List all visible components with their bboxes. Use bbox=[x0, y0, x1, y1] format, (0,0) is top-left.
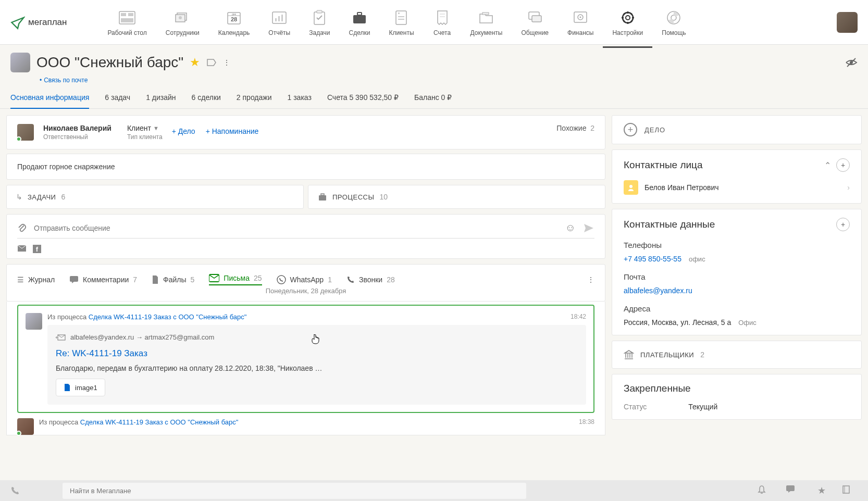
email-link[interactable]: albafeles@yandex.ru bbox=[624, 286, 692, 295]
tab-balance[interactable]: Баланс 0 ₽ bbox=[414, 93, 452, 108]
phone-tag: офис bbox=[689, 255, 705, 263]
safe-icon bbox=[571, 8, 590, 27]
svg-text:28: 28 bbox=[231, 16, 237, 22]
svg-rect-25 bbox=[482, 12, 489, 15]
attach-icon[interactable] bbox=[17, 223, 27, 233]
responsible-name: Николаев Валерий bbox=[43, 124, 111, 132]
add-contact-button[interactable]: + bbox=[836, 158, 850, 172]
star-icon[interactable]: ★ bbox=[190, 56, 200, 69]
nav-chat[interactable]: Общение bbox=[512, 8, 558, 36]
mail-connection-link[interactable]: Связь по почте bbox=[44, 77, 88, 84]
tab-deals[interactable]: 6 сделки bbox=[192, 93, 221, 108]
responsible-role: Ответственный bbox=[43, 133, 111, 141]
email-avatar-2 bbox=[17, 418, 34, 435]
nav-clients[interactable]: Клиенты bbox=[379, 8, 423, 36]
add-delo-link[interactable]: + Дело bbox=[172, 127, 195, 135]
email-from-2: Из процесса Сделка WK-4111-19 Заказ с ОО… bbox=[39, 418, 238, 426]
attachment[interactable]: image1 bbox=[56, 379, 105, 396]
user-avatar[interactable] bbox=[837, 12, 858, 33]
nav-help[interactable]: Помощь bbox=[652, 8, 695, 36]
nav-reports[interactable]: Отчёты bbox=[259, 8, 300, 36]
responsible-avatar[interactable] bbox=[17, 124, 34, 141]
message-input[interactable] bbox=[34, 224, 558, 232]
chat-icon bbox=[526, 8, 544, 27]
client-tabs: Основная информация 6 задач 1 дизайн 6 с… bbox=[0, 84, 868, 109]
svg-rect-1 bbox=[121, 13, 126, 16]
pinned-title: Закрепленные bbox=[624, 383, 850, 394]
add-contact-data-button[interactable]: + bbox=[836, 218, 850, 231]
help-icon bbox=[664, 8, 683, 27]
nav-documents[interactable]: Документы bbox=[461, 8, 512, 36]
nav-employees[interactable]: Сотрудники bbox=[156, 8, 209, 36]
client-type-label: Тип клиента bbox=[127, 133, 163, 141]
nav-desktop[interactable]: Рабочий стол bbox=[98, 8, 156, 36]
nav-finance[interactable]: Финансы bbox=[558, 8, 603, 36]
invoice-icon bbox=[433, 8, 452, 27]
tasks-icon bbox=[310, 8, 329, 27]
delo-card[interactable]: + ДЕЛО bbox=[612, 115, 862, 144]
mail-icon[interactable] bbox=[17, 245, 27, 253]
envelope-icon bbox=[209, 274, 219, 282]
briefcase-icon bbox=[350, 8, 369, 27]
tab-main-info[interactable]: Основная информация bbox=[10, 93, 89, 109]
emoji-icon[interactable]: ☺ bbox=[565, 222, 576, 234]
tab-tasks[interactable]: 6 задач bbox=[105, 93, 130, 108]
email-from: Из процесса Сделка WK-4111-19 Заказ с ОО… bbox=[47, 313, 246, 321]
tasks-card[interactable]: ↳ ЗАДАЧИ 6 bbox=[6, 185, 304, 209]
email-label: Почта bbox=[624, 272, 850, 281]
svg-point-46 bbox=[629, 185, 633, 188]
email-time-2: 18:38 bbox=[579, 418, 594, 426]
email-time: 18:42 bbox=[571, 313, 586, 321]
bank-icon bbox=[624, 349, 634, 360]
visibility-icon[interactable] bbox=[845, 57, 858, 68]
svg-rect-14 bbox=[281, 15, 283, 21]
svg-rect-20 bbox=[398, 12, 400, 14]
phone-link[interactable]: +7 495 850-55-55 bbox=[624, 255, 681, 263]
svg-rect-27 bbox=[532, 16, 541, 22]
arrow-icon: ↳ bbox=[16, 193, 22, 201]
plus-circle-icon: + bbox=[624, 123, 637, 136]
logo[interactable]: мегаплан bbox=[10, 15, 67, 30]
sub-link-row: •Связь по почте bbox=[40, 77, 858, 84]
email-item-2[interactable]: Из процесса Сделка WK-4111-19 Заказ с ОО… bbox=[7, 418, 605, 435]
facebook-icon[interactable]: f bbox=[33, 245, 41, 253]
dashboard-icon bbox=[118, 8, 137, 27]
svg-rect-18 bbox=[357, 12, 362, 15]
gear-icon bbox=[618, 8, 637, 27]
main-column: Николаев Валерий Ответственный Клиент ▼ … bbox=[6, 115, 605, 435]
processes-card[interactable]: ПРОЦЕССЫ 10 bbox=[308, 185, 605, 209]
client-type-select[interactable]: Клиент ▼ bbox=[127, 124, 163, 132]
content-area: Николаев Валерий Ответственный Клиент ▼ … bbox=[0, 109, 868, 442]
nav-deals[interactable]: Сделки bbox=[340, 8, 380, 36]
process-link-2[interactable]: Сделка WK-4111-19 Заказ с ООО "Снежный б… bbox=[80, 418, 239, 426]
process-link[interactable]: Сделка WK-4111-19 Заказ с ООО "Снежный б… bbox=[89, 313, 247, 321]
contact-data-title: Контактные данные bbox=[624, 219, 831, 230]
tab-design[interactable]: 1 дизайн bbox=[146, 93, 176, 108]
contact-person[interactable]: Белов Иван Петрович › bbox=[624, 180, 850, 195]
nav-tasks[interactable]: Задачи bbox=[300, 8, 339, 36]
nav-items: Рабочий стол Сотрудники дек28Календарь О… bbox=[98, 8, 837, 36]
payers-card[interactable]: ПЛАТЕЛЬЩИКИ 2 bbox=[612, 341, 862, 369]
email-subject[interactable]: Re: WK-4111-19 Заказ bbox=[56, 348, 578, 359]
nav-invoices[interactable]: Счета bbox=[424, 8, 461, 36]
more-menu[interactable]: ⋮ bbox=[223, 58, 230, 67]
svg-rect-2 bbox=[128, 13, 133, 16]
similar-link[interactable]: Похожие 2 bbox=[556, 124, 594, 132]
tab-sales[interactable]: 2 продажи bbox=[237, 93, 272, 108]
contacts-card: Контактные лица ⌃ + Белов Иван Петрович … bbox=[612, 149, 862, 204]
address-label: Адреса bbox=[624, 304, 850, 313]
email-body-text: Благодарю, передам в бухгалтерию на опла… bbox=[56, 364, 578, 372]
add-reminder-link[interactable]: + Напоминание bbox=[206, 127, 259, 135]
tab-invoices[interactable]: Счета 5 390 532,50 ₽ bbox=[327, 93, 399, 108]
description-card: Продают горное снаряжение bbox=[6, 154, 605, 180]
svg-rect-38 bbox=[321, 194, 324, 195]
email-item-1[interactable]: Из процесса Сделка WK-4111-19 Заказ с ОО… bbox=[17, 305, 594, 413]
send-icon[interactable] bbox=[583, 223, 594, 233]
tab-orders[interactable]: 1 заказ bbox=[288, 93, 312, 108]
tag-icon[interactable] bbox=[206, 58, 217, 67]
collapse-icon[interactable]: ⌃ bbox=[824, 160, 831, 170]
nav-settings[interactable]: Настройки bbox=[603, 8, 652, 36]
nav-calendar[interactable]: дек28Календарь bbox=[209, 8, 259, 36]
folder-icon bbox=[477, 8, 495, 27]
mail-out-icon bbox=[56, 334, 66, 341]
